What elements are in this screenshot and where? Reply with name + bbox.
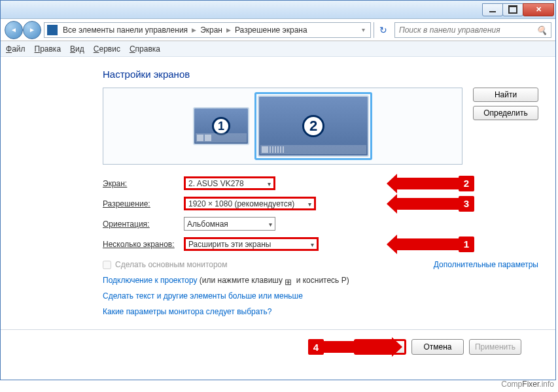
projector-link-row: Подключение к проектору (или нажмите кла… (103, 276, 538, 285)
annotation-callout-3: 3 (459, 196, 474, 212)
annotation-callout-4: 4 (308, 339, 324, 355)
orientation-label: Ориентация: (103, 220, 184, 229)
address-dropdown-icon[interactable]: ▾ (362, 26, 365, 33)
breadcrumb-chevron-icon: ▶ (189, 27, 199, 33)
make-primary-label: Сделать основным монитором (115, 260, 228, 269)
content-area: Настройки экранов 1 2 Найти (1, 57, 555, 364)
watermark: CompFixer.info (501, 380, 554, 389)
breadcrumb-segment[interactable]: Все элементы панели управления (61, 25, 189, 35)
multiple-displays-dropdown[interactable]: Расширить эти экраны (184, 237, 319, 251)
footer-buttons: 4 OK Отмена Применить (103, 330, 538, 364)
monitor-1[interactable]: 1 (193, 107, 249, 145)
resolution-label: Разрешение: (103, 199, 184, 208)
find-displays-button[interactable]: Найти (473, 88, 538, 102)
menu-tools[interactable]: Сервис (94, 44, 120, 54)
apply-button[interactable]: Применить (469, 339, 521, 355)
projector-link[interactable]: Подключение к проектору (103, 276, 198, 285)
resolution-dropdown[interactable]: 1920 × 1080 (рекомендуется) (184, 197, 316, 210)
multiple-displays-label: Несколько экранов: (103, 240, 184, 249)
menu-file[interactable]: Файл (6, 44, 26, 54)
annotation-callout-2: 2 (459, 176, 474, 191)
monitor-2-badge: 2 (302, 115, 324, 137)
make-primary-checkbox (103, 261, 111, 269)
breadcrumb-segment[interactable]: Разрешение экрана (234, 25, 309, 35)
window-title-bar (1, 1, 555, 19)
control-panel-window: Все элементы панели управления ▶ Экран ▶… (0, 0, 556, 380)
menu-bar: Файл Правка Вид Сервис Справка (1, 41, 555, 57)
text-size-link[interactable]: Сделать текст и другие элементы больше и… (103, 291, 303, 301)
breadcrumb-chevron-icon: ▶ (224, 27, 234, 33)
display-arrangement-preview[interactable]: 1 2 (103, 88, 462, 165)
control-panel-icon (47, 25, 58, 35)
minimize-button[interactable] (482, 3, 503, 16)
screen-label: Экран: (103, 179, 184, 188)
monitor-2-selected[interactable]: 2 (254, 92, 372, 160)
monitor-1-badge: 1 (212, 117, 230, 135)
search-input[interactable] (399, 25, 536, 35)
address-bar[interactable]: Все элементы панели управления ▶ Экран ▶… (44, 22, 371, 38)
page-title: Настройки экранов (103, 69, 538, 80)
menu-view[interactable]: Вид (70, 44, 84, 54)
navigation-bar: Все элементы панели управления ▶ Экран ▶… (1, 19, 555, 41)
orientation-dropdown[interactable]: Альбомная (184, 217, 275, 231)
nav-back-button[interactable] (5, 21, 23, 39)
breadcrumb-segment[interactable]: Экран (199, 25, 224, 35)
annotation-callout-1: 1 (459, 237, 474, 252)
which-settings-link[interactable]: Какие параметры монитора следует выбрать… (103, 307, 272, 316)
refresh-button[interactable] (374, 22, 392, 38)
menu-help[interactable]: Справка (130, 44, 160, 54)
cancel-button[interactable]: Отмена (411, 339, 464, 355)
windows-key-icon (285, 277, 294, 285)
search-box[interactable] (394, 22, 551, 38)
nav-forward-button[interactable] (23, 21, 41, 39)
close-button[interactable] (523, 3, 554, 16)
maximize-button[interactable] (502, 3, 523, 16)
make-primary-checkbox-row: Сделать основным монитором (103, 260, 228, 269)
advanced-settings-link[interactable]: Дополнительные параметры (434, 260, 538, 269)
menu-edit[interactable]: Правка (35, 44, 61, 54)
identify-displays-button[interactable]: Определить (473, 106, 538, 120)
search-icon[interactable] (536, 25, 547, 35)
screen-dropdown[interactable]: 2. ASUS VK278 (184, 176, 275, 190)
